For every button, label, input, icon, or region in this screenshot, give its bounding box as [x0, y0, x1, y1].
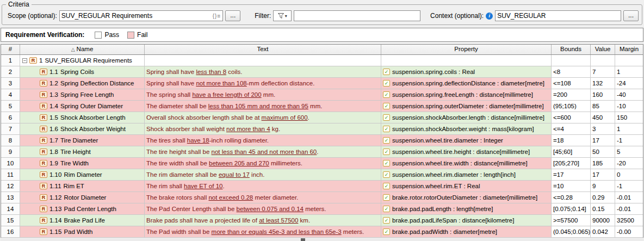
- value-cell[interactable]: 160: [591, 89, 615, 101]
- value-cell[interactable]: 90000: [591, 215, 615, 226]
- row-number-cell[interactable]: 10: [1, 158, 20, 169]
- table-row[interactable]: 6 R 1.5 Shock Absorber Length Overall sh…: [1, 112, 643, 123]
- table-row[interactable]: 2 R 1.1 Spring Coils Spring shall have l…: [1, 66, 643, 78]
- requirement-name-cell[interactable]: R 1.4 Spring Outer Diameter: [20, 101, 145, 112]
- property-cell[interactable]: ✓ suspension.shockAbsorber.weight : mass…: [381, 123, 552, 135]
- property-cell[interactable]: ✓ suspension.wheel.tire.width : distance…: [381, 158, 552, 169]
- requirement-text-cell[interactable]: The spring shall have a free length of 2…: [145, 89, 381, 101]
- bounds-cell[interactable]: =18: [552, 135, 591, 146]
- context-browse-button[interactable]: ...: [623, 10, 639, 21]
- margin-cell[interactable]: [615, 55, 643, 66]
- property-cell[interactable]: ✓ suspension.spring.deflectionDistance :…: [381, 78, 552, 89]
- header-margin[interactable]: Margin: [615, 45, 643, 54]
- property-cell[interactable]: ✓ brake.pad.padLifeSpan : distance[kilom…: [381, 215, 552, 226]
- value-cell[interactable]: 132: [591, 78, 615, 89]
- requirement-name-cell[interactable]: R 1.2 Spring Deflection Distance: [20, 78, 145, 89]
- bounds-cell[interactable]: <=108: [552, 78, 591, 89]
- requirement-name-cell[interactable]: R 1.3 Spring Free Length: [20, 89, 145, 101]
- bounds-cell[interactable]: <8: [552, 66, 591, 78]
- value-cell[interactable]: 3: [591, 123, 615, 135]
- requirement-text-cell[interactable]: The tires shall have 18-inch rolling dia…: [145, 135, 381, 146]
- row-number-cell[interactable]: 5: [1, 101, 20, 112]
- expression-icon[interactable]: {}≡: [213, 13, 221, 19]
- header-name[interactable]: △Name: [20, 45, 145, 54]
- header-property[interactable]: Property: [381, 45, 552, 54]
- pass-checkbox[interactable]: [95, 32, 102, 39]
- value-cell[interactable]: 0.042: [591, 226, 615, 238]
- requirement-name-cell[interactable]: R 1.13 Pad Center Length: [20, 203, 145, 215]
- fail-checkbox[interactable]: [127, 32, 134, 39]
- requirement-name-cell[interactable]: − R 1 SUV_REGULAR Requirements: [20, 55, 145, 66]
- tree-collapse-icon[interactable]: −: [22, 58, 27, 63]
- row-number-cell[interactable]: 1: [1, 55, 20, 66]
- margin-cell[interactable]: 0: [615, 169, 643, 181]
- requirement-text-cell[interactable]: Spring shall have less than 8 coils.: [145, 66, 381, 78]
- bounds-cell[interactable]: [205;270]: [552, 158, 591, 169]
- table-row[interactable]: 3 R 1.2 Spring Deflection Distance Sprin…: [1, 78, 643, 89]
- header-text[interactable]: Text: [145, 45, 381, 54]
- property-cell[interactable]: ✓ brake.pad.padLength : length[metre]: [381, 203, 552, 215]
- horizontal-scrollbar[interactable]: [1, 238, 643, 241]
- bounds-cell[interactable]: [0.075;0.14]: [552, 203, 591, 215]
- margin-cell[interactable]: 150: [615, 112, 643, 123]
- property-cell[interactable]: ✓ suspension.spring.coils : Real: [381, 66, 552, 78]
- bounds-cell[interactable]: =200: [552, 89, 591, 101]
- requirement-name-cell[interactable]: R 1.6 Shock Absorber Weight: [20, 123, 145, 135]
- bounds-cell[interactable]: (0.045;0.065): [552, 226, 591, 238]
- scope-input-field[interactable]: [61, 11, 213, 20]
- margin-cell[interactable]: 32500: [615, 215, 643, 226]
- margin-cell[interactable]: -1: [615, 135, 643, 146]
- margin-cell[interactable]: -0.01: [615, 192, 643, 203]
- value-cell[interactable]: 17: [591, 135, 615, 146]
- table-row[interactable]: 16 R 1.15 Pad Width The Pad width shall …: [1, 226, 643, 238]
- row-number-cell[interactable]: 6: [1, 112, 20, 123]
- requirement-text-cell[interactable]: Overall shock absorber length shall be a…: [145, 112, 381, 123]
- value-cell[interactable]: 50: [591, 146, 615, 158]
- property-cell[interactable]: ✓ suspension.spring.outerDiameter : diam…: [381, 101, 552, 112]
- requirement-name-cell[interactable]: R 1.1 Spring Coils: [20, 66, 145, 78]
- scrollbar-grip[interactable]: [301, 238, 305, 241]
- requirement-name-cell[interactable]: R 1.11 Rim ET: [20, 181, 145, 192]
- property-cell[interactable]: ✓ brake.rotor.rotorOuterDiameter : diame…: [381, 192, 552, 203]
- table-row[interactable]: 4 R 1.3 Spring Free Length The spring sh…: [1, 89, 643, 101]
- row-number-cell[interactable]: 13: [1, 192, 20, 203]
- requirement-name-cell[interactable]: R 1.10 Rim Diameter: [20, 169, 145, 181]
- row-number-cell[interactable]: 8: [1, 135, 20, 146]
- row-number-cell[interactable]: 14: [1, 203, 20, 215]
- property-cell[interactable]: [381, 55, 552, 66]
- table-row[interactable]: 14 R 1.13 Pad Center Length The Pad Cent…: [1, 203, 643, 215]
- bounds-cell[interactable]: <=0.28: [552, 192, 591, 203]
- context-input[interactable]: [495, 10, 621, 21]
- row-number-cell[interactable]: 12: [1, 181, 20, 192]
- bounds-cell[interactable]: (95;105): [552, 101, 591, 112]
- requirement-text-cell[interactable]: The Pad Center Length shall be between 0…: [145, 203, 381, 215]
- requirement-name-cell[interactable]: R 1.9 Tire Width: [20, 158, 145, 169]
- header-num[interactable]: #: [1, 45, 20, 54]
- header-value[interactable]: Value: [591, 45, 615, 54]
- requirement-name-cell[interactable]: R 1.5 Shock Absorber Length: [20, 112, 145, 123]
- table-row[interactable]: 15 R 1.14 Brake Pad Life Brake pads shal…: [1, 215, 643, 226]
- requirement-name-cell[interactable]: R 1.7 Tire Diameter: [20, 135, 145, 146]
- requirement-text-cell[interactable]: The rim diameter shall be equal to 17 in…: [145, 169, 381, 181]
- row-number-cell[interactable]: 4: [1, 89, 20, 101]
- row-number-cell[interactable]: 9: [1, 146, 20, 158]
- row-number-cell[interactable]: 16: [1, 226, 20, 238]
- row-number-cell[interactable]: 7: [1, 123, 20, 135]
- property-cell[interactable]: ✓ suspension.wheel.rim.ET : Real: [381, 181, 552, 192]
- margin-cell[interactable]: -1: [615, 181, 643, 192]
- table-row[interactable]: 7 R 1.6 Shock Absorber Weight Shock abso…: [1, 123, 643, 135]
- context-input-field[interactable]: [497, 11, 619, 20]
- row-number-cell[interactable]: 15: [1, 215, 20, 226]
- margin-cell[interactable]: -10: [615, 101, 643, 112]
- table-row[interactable]: 12 R 1.11 Rim ET The rim shall have ET o…: [1, 181, 643, 192]
- table-row[interactable]: 13 R 1.12 Rotor Diameter The brake rotor…: [1, 192, 643, 203]
- requirement-text-cell[interactable]: Spring shall have not more than 108-mm d…: [145, 78, 381, 89]
- property-cell[interactable]: ✓ suspension.wheel.tire.diameter : Integ…: [381, 135, 552, 146]
- bounds-cell[interactable]: =10: [552, 181, 591, 192]
- bounds-cell[interactable]: <=4: [552, 123, 591, 135]
- property-cell[interactable]: ✓ brake.pad.padWidth : diameter[metre]: [381, 226, 552, 238]
- requirement-text-cell[interactable]: Brake pads shall have a projected life o…: [145, 215, 381, 226]
- requirement-text-cell[interactable]: The tire width shall be between 205 and …: [145, 158, 381, 169]
- table-row[interactable]: 8 R 1.7 Tire Diameter The tires shall ha…: [1, 135, 643, 146]
- table-row[interactable]: 9 R 1.8 Tire Height The tire height shal…: [1, 146, 643, 158]
